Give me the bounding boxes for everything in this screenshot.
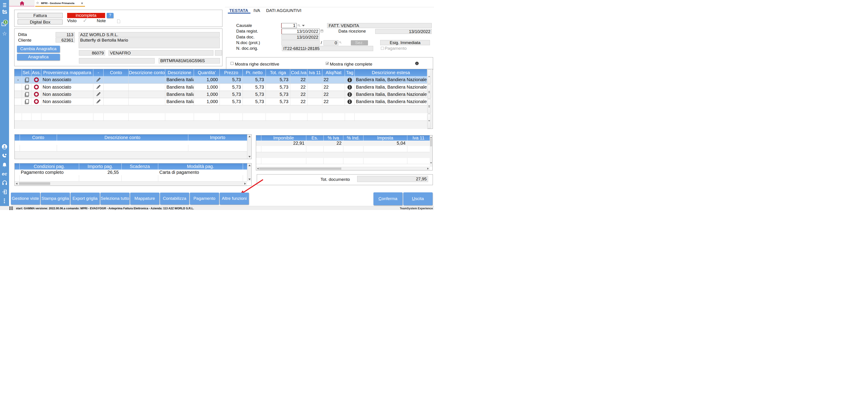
svg-text:1: 1 xyxy=(5,20,6,24)
